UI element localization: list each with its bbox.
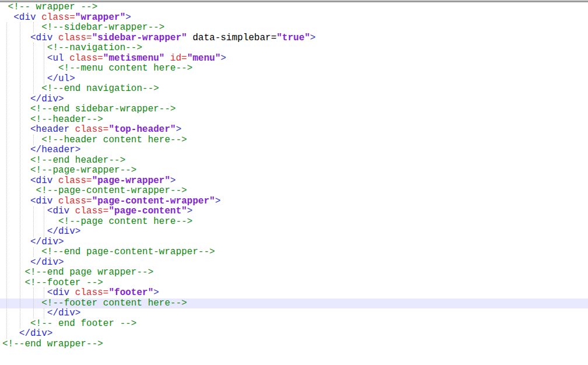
code-line[interactable]: <!--sidebar-wrapper--> (0, 23, 588, 33)
token-tag: </header> (30, 145, 80, 155)
token-tag: > (215, 196, 221, 206)
token-comment: <!--page-content-wrapper--> (36, 185, 187, 196)
token-tag: </div> (47, 226, 81, 237)
code-line[interactable]: <!--end wrapper--> (0, 339, 588, 350)
code-line[interactable]: <!--end sidebar-wrapper--> (0, 104, 588, 115)
token-value: "page-content-wrapper" (92, 196, 215, 206)
token-tag: <div (30, 196, 52, 206)
code-line[interactable]: <!--footer --> (0, 278, 588, 289)
token-tag: > (170, 176, 176, 186)
code-line[interactable]: <!--end navigation--> (0, 84, 588, 94)
token-attribute: class= (75, 206, 109, 216)
token-value: "sidebar-wrapper" (92, 33, 187, 43)
token-value: "top-header" (108, 124, 175, 135)
token-comment: <!--footer content here--> (41, 298, 187, 308)
token-plain (69, 206, 75, 216)
code-line[interactable]: </div> (0, 308, 588, 319)
code-line[interactable]: <!--menu content here--> (0, 64, 588, 74)
code-line[interactable]: <div class="wrapper"> (0, 13, 588, 23)
code-line[interactable]: <div class="sidebar-wrapper" data-simple… (0, 33, 588, 44)
token-comment: <!--menu content here--> (58, 63, 192, 73)
token-value: "true" (277, 33, 311, 43)
token-comment: <!--end navigation--> (41, 83, 159, 94)
token-tag: <div (47, 287, 69, 298)
token-tag: </div> (30, 237, 64, 247)
code-line[interactable]: <div class="footer"> (0, 288, 588, 299)
code-editor[interactable]: <!-- wrapper --> <div class="wrapper"> <… (0, 2, 588, 365)
token-tag: > (187, 206, 193, 216)
code-line[interactable]: </ul> (0, 74, 588, 85)
token-tag: </div> (30, 257, 64, 268)
token-comment: <!--page-wrapper--> (30, 165, 136, 176)
token-attribute: class= (75, 124, 109, 135)
code-line[interactable]: </header> (0, 145, 588, 156)
code-line[interactable]: <!--header content here--> (0, 135, 588, 146)
token-comment: <!--end header--> (30, 155, 125, 166)
token-value: "menu" (187, 53, 221, 64)
token-tag: </div> (47, 308, 81, 318)
token-tag: > (176, 124, 182, 135)
token-tag: > (153, 287, 159, 298)
code-line[interactable]: <!--page content here--> (0, 217, 588, 227)
token-plain (69, 124, 75, 135)
token-attribute: class= (41, 12, 75, 23)
token-plain (164, 53, 170, 64)
token-comment: <!--header--> (30, 114, 103, 125)
token-plain (64, 53, 70, 64)
code-line[interactable]: </div> (0, 227, 588, 237)
code-line[interactable]: <!--navigation--> (0, 43, 588, 54)
code-line[interactable]: <!-- wrapper --> (0, 2, 588, 13)
token-tag: <ul (47, 53, 64, 64)
code-line[interactable]: <div class="page-content-wrapper"> (0, 196, 588, 207)
token-plain (52, 33, 58, 43)
code-line[interactable]: </div> (0, 237, 588, 248)
code-line[interactable]: <!--page-content-wrapper--> (0, 186, 588, 196)
code-line[interactable]: <!-- end footer --> (0, 319, 588, 329)
code-line[interactable]: <!--page-wrapper--> (0, 166, 588, 176)
token-attribute: class= (58, 33, 92, 43)
token-comment: <!--end page wrapper--> (24, 267, 153, 278)
token-comment: <!--end wrapper--> (2, 339, 103, 349)
code-line[interactable]: <header class="top-header"> (0, 125, 588, 135)
token-attribute: class= (58, 196, 92, 206)
token-plain (69, 287, 75, 298)
code-line[interactable]: <!--end page-content-wrapper--> (0, 247, 588, 258)
code-line[interactable]: <!--end header--> (0, 156, 588, 166)
token-tag: </div> (19, 328, 53, 339)
token-tag: <div (47, 206, 69, 216)
token-tag: <div (13, 12, 36, 23)
token-comment: <!--header content here--> (41, 135, 187, 145)
code-line[interactable]: </div> (0, 94, 588, 105)
token-value: "metismenu" (103, 53, 165, 64)
token-tag: > (310, 33, 316, 43)
token-plain (36, 12, 42, 23)
code-line[interactable]: <ul class="metismenu" id="menu"> (0, 54, 588, 64)
code-line[interactable]: </div> (0, 258, 588, 268)
token-comment: <!-- end footer --> (30, 318, 136, 329)
token-value: "wrapper" (75, 12, 125, 23)
token-comment: <!--end sidebar-wrapper--> (30, 104, 176, 114)
token-value: "footer" (108, 287, 153, 298)
token-comment: <!--end page-content-wrapper--> (41, 247, 215, 257)
token-tag: </div> (30, 94, 64, 104)
token-plain (52, 196, 58, 206)
token-attribute: class= (58, 176, 92, 186)
code-line[interactable]: <div class="page-content"> (0, 206, 588, 217)
token-plain: data-simplebar= (187, 33, 277, 43)
token-tag: <header (30, 124, 69, 135)
code-line[interactable]: </div> (0, 329, 588, 339)
token-comment: <!--sidebar-wrapper--> (41, 22, 164, 33)
code-line[interactable]: <!--header--> (0, 115, 588, 125)
token-comment: <!-- wrapper --> (8, 2, 98, 12)
token-tag: <div (30, 33, 52, 43)
token-tag: > (221, 53, 227, 64)
token-value: "page-content" (108, 206, 186, 216)
code-line[interactable]: <!--end page wrapper--> (0, 268, 588, 278)
token-plain (52, 176, 58, 186)
code-line[interactable]: <div class="page-wrapper"> (0, 176, 588, 187)
editor-window: <!-- wrapper --> <div class="wrapper"> <… (0, 0, 588, 365)
token-comment: <!--navigation--> (47, 43, 142, 53)
token-tag: > (125, 12, 131, 23)
code-line-current[interactable]: <!--footer content here--> (0, 299, 588, 309)
token-tag: <div (30, 176, 52, 186)
